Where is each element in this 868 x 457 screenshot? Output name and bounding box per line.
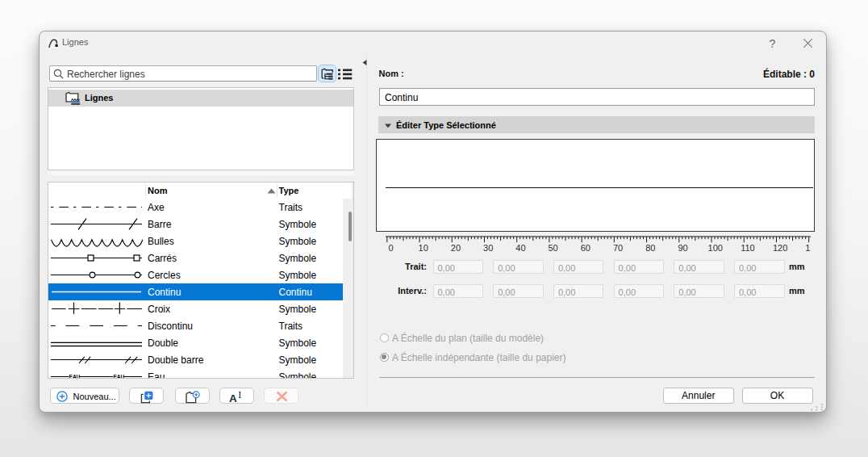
svg-text:60: 60 bbox=[581, 243, 590, 253]
svg-text:40: 40 bbox=[515, 243, 525, 253]
svg-text:30: 30 bbox=[483, 243, 493, 253]
svg-text:90: 90 bbox=[678, 243, 687, 253]
svg-text:0: 0 bbox=[388, 243, 393, 253]
svg-text:110: 110 bbox=[741, 243, 755, 253]
svg-text:100: 100 bbox=[708, 243, 723, 253]
svg-text:120: 120 bbox=[773, 243, 787, 253]
svg-text:EAU: EAU bbox=[113, 373, 124, 379]
svg-text:80: 80 bbox=[645, 243, 655, 253]
svg-text:130: 130 bbox=[805, 243, 811, 253]
svg-text:20: 20 bbox=[451, 243, 461, 253]
svg-text:A: A bbox=[229, 392, 237, 404]
svg-text:?: ? bbox=[769, 37, 775, 50]
svg-text:70: 70 bbox=[613, 243, 623, 253]
svg-text:10: 10 bbox=[419, 243, 428, 253]
svg-text:50: 50 bbox=[548, 243, 557, 253]
svg-text:EAU: EAU bbox=[69, 373, 81, 379]
